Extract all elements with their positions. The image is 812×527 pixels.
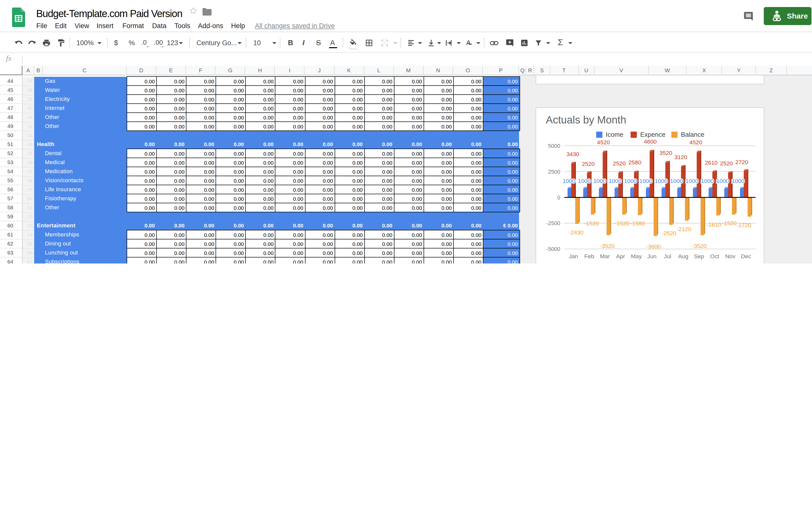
svg-text:-1580: -1580 [630, 220, 645, 226]
svg-text:1000: 1000 [593, 177, 606, 184]
svg-text:3520: 3520 [659, 150, 672, 156]
svg-text:Mar: Mar [600, 253, 610, 259]
svg-text:-3520: -3520 [692, 242, 707, 249]
svg-text:Feb: Feb [584, 253, 594, 259]
svg-text:2520: 2520 [582, 160, 595, 167]
svg-text:-3520: -3520 [600, 242, 614, 249]
svg-text:Apr: Apr [616, 253, 625, 259]
svg-text:1000: 1000 [701, 177, 714, 184]
svg-text:1000: 1000 [609, 177, 622, 184]
svg-text:4520: 4520 [597, 139, 610, 145]
svg-text:2520: 2520 [720, 160, 733, 166]
svg-text:1000: 1000 [624, 177, 637, 184]
svg-text:-2500: -2500 [546, 220, 560, 226]
svg-text:2520: 2520 [613, 160, 626, 166]
svg-text:-2430: -2430 [569, 229, 583, 236]
svg-text:3430: 3430 [567, 151, 579, 157]
svg-text:1000: 1000 [670, 177, 683, 184]
svg-text:Jan: Jan [569, 253, 578, 259]
svg-text:-2520: -2520 [662, 230, 676, 236]
svg-text:Actuals by Month: Actuals by Month [546, 114, 626, 125]
svg-text:-1720: -1720 [736, 222, 751, 228]
svg-text:2720: 2720 [735, 159, 748, 165]
svg-text:Nov: Nov [725, 253, 736, 259]
svg-text:4600: 4600 [644, 138, 657, 145]
svg-text:1000: 1000 [716, 177, 729, 184]
svg-text:1000: 1000 [655, 177, 668, 184]
svg-text:-1520: -1520 [722, 220, 737, 226]
svg-text:1000: 1000 [563, 177, 575, 184]
svg-text:Oct: Oct [710, 253, 719, 259]
svg-text:4520: 4520 [690, 139, 702, 145]
svg-text:1000: 1000 [731, 177, 744, 184]
svg-text:2580: 2580 [628, 159, 641, 165]
svg-text:Jul: Jul [664, 253, 671, 259]
svg-text:1000: 1000 [686, 177, 698, 184]
svg-text:May: May [631, 253, 642, 259]
svg-text:1000: 1000 [578, 177, 591, 184]
svg-text:1000: 1000 [639, 177, 652, 184]
svg-text:0: 0 [557, 194, 560, 200]
svg-text:3120: 3120 [674, 154, 687, 160]
svg-text:Jun: Jun [647, 253, 656, 259]
svg-text:Icome: Icome [606, 131, 623, 138]
svg-text:Dec: Dec [741, 253, 751, 259]
svg-text:-1520: -1520 [584, 220, 599, 226]
svg-text:Expence: Expence [640, 131, 666, 138]
svg-text:-3600: -3600 [646, 243, 661, 250]
svg-text:-5000: -5000 [546, 246, 560, 252]
svg-text:Sep: Sep [694, 253, 704, 259]
svg-text:-1520: -1520 [615, 220, 629, 226]
svg-text:5000: 5000 [548, 142, 561, 149]
svg-text:-2120: -2120 [677, 226, 691, 232]
svg-text:2500: 2500 [548, 168, 561, 175]
svg-text:Aug: Aug [678, 253, 688, 259]
svg-text:2610: 2610 [705, 159, 717, 166]
svg-text:Balance: Balance [681, 131, 704, 138]
svg-text:-1610: -1610 [707, 221, 721, 228]
